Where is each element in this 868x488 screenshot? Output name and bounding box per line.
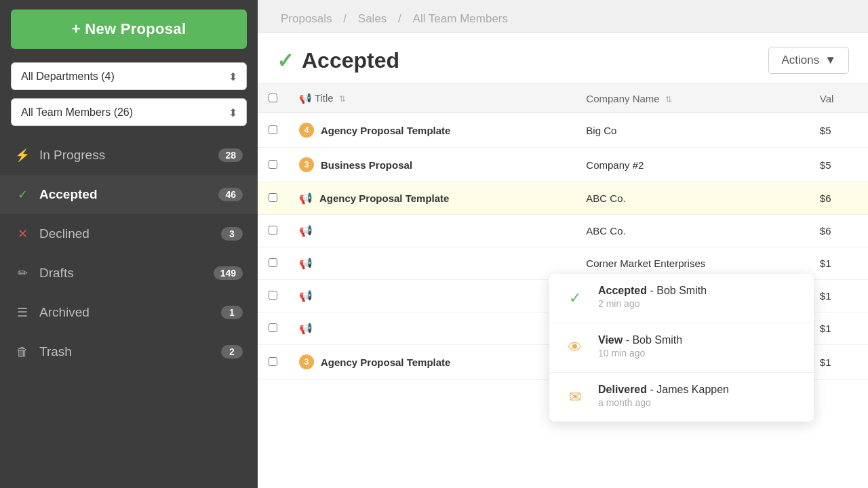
breadcrumb-team[interactable]: All Team Members	[413, 12, 508, 25]
accepted-text: Accepted - Bob Smith 2 min ago	[598, 285, 802, 309]
sidebar-item-in-progress[interactable]: ⚡ In Progress 28	[0, 136, 258, 175]
archived-icon: ☰	[15, 305, 30, 320]
title-cell: 📢	[299, 224, 564, 237]
megaphone-icon: 📢	[299, 322, 313, 335]
row-checkbox[interactable]	[269, 258, 277, 267]
delivered-action-line: Delivered - James Kappen	[598, 384, 802, 396]
view-person: - Bob Smith	[626, 334, 683, 346]
new-proposal-button[interactable]: + New Proposal	[11, 9, 247, 49]
eye-icon: 👁	[568, 339, 583, 357]
accepted-time: 2 min ago	[598, 298, 802, 309]
delivered-icon-wrap: ✉	[561, 384, 589, 411]
row-checkbox[interactable]	[269, 323, 277, 332]
team-select-wrapper: All Team Members (26) ⬍	[11, 98, 247, 126]
proposal-title[interactable]: Agency Proposal Template	[321, 125, 450, 136]
table-row: 📢 ABC Co. $6	[258, 215, 868, 247]
activity-item-delivered[interactable]: ✉ Delivered - James Kappen a month ago	[549, 373, 814, 422]
accepted-icon-wrap: ✓	[561, 285, 589, 312]
title-cell: 3 Business Proposal	[299, 157, 564, 172]
delivered-person: - James Kappen	[650, 384, 730, 395]
title-cell: 📢	[299, 322, 564, 335]
accepted-action-line: Accepted - Bob Smith	[598, 285, 802, 297]
value-cell: $5	[809, 113, 868, 148]
drafts-icon: ✏	[15, 266, 30, 281]
sidebar-item-accepted[interactable]: ✓ Accepted 46	[0, 175, 258, 214]
breadcrumb-sep1: /	[343, 12, 347, 25]
sidebar-item-archived[interactable]: ☰ Archived 1	[0, 293, 258, 332]
archived-badge: 1	[221, 306, 243, 319]
megaphone-icon: 📢	[299, 257, 313, 270]
notification-badge: 3	[299, 354, 314, 369]
sidebar-nav: ⚡ In Progress 28 ✓ Accepted 46 ✕ Decline…	[0, 136, 258, 488]
accepted-action-name: Accepted	[598, 285, 647, 296]
accepted-check-icon: ✓	[277, 49, 294, 73]
delivered-text: Delivered - James Kappen a month ago	[598, 384, 802, 408]
row-checkbox[interactable]	[269, 160, 277, 169]
breadcrumb-proposals[interactable]: Proposals	[281, 12, 332, 25]
table-row: 4 Agency Proposal Template Big Co $5	[258, 113, 868, 148]
in-progress-badge: 28	[218, 148, 243, 162]
title-cell: 3 Agency Proposal Template	[299, 354, 564, 369]
sidebar-item-trash[interactable]: 🗑 Trash 2	[0, 332, 258, 371]
row-checkbox[interactable]	[269, 193, 277, 202]
value-cell: $1	[809, 280, 868, 312]
title-column-header[interactable]: Title	[315, 92, 334, 104]
breadcrumb-sales[interactable]: Sales	[358, 12, 387, 25]
value-cell: $1	[809, 312, 868, 345]
company-cell: ABC Co.	[575, 182, 809, 215]
company-cell: ABC Co.	[575, 215, 809, 247]
value-column-header: Val	[820, 93, 834, 104]
actions-button[interactable]: Actions ▼	[768, 47, 849, 74]
company-column-header: Company Name	[586, 93, 659, 104]
company-sort-icon[interactable]: ⇅	[665, 95, 672, 104]
value-cell: $6	[809, 215, 868, 247]
proposal-title[interactable]: Business Proposal	[321, 159, 412, 171]
department-select[interactable]: All Departments (4)	[11, 62, 247, 90]
view-time: 10 min ago	[598, 348, 802, 359]
table-container: 📢 Title ⇅ Company Name ⇅ Val	[258, 84, 868, 488]
actions-dropdown-icon: ▼	[825, 54, 836, 67]
title-cell: 📢	[299, 257, 564, 270]
activity-popup: ✓ Accepted - Bob Smith 2 min ago 👁 View …	[549, 274, 814, 422]
sidebar-item-declined[interactable]: ✕ Declined 3	[0, 214, 258, 253]
archived-label: Archived	[39, 305, 221, 320]
row-checkbox[interactable]	[269, 357, 277, 366]
megaphone-header-icon: 📢	[299, 92, 312, 104]
delivered-time: a month ago	[598, 397, 802, 408]
megaphone-icon: 📢	[299, 289, 313, 302]
view-icon-wrap: 👁	[561, 334, 589, 361]
declined-icon: ✕	[15, 226, 30, 241]
view-action-name: View	[598, 334, 623, 346]
row-checkbox[interactable]	[269, 226, 277, 235]
notification-badge: 3	[299, 157, 314, 172]
view-text: View - Bob Smith 10 min ago	[598, 334, 802, 359]
trash-icon: 🗑	[15, 345, 30, 359]
main-content: Proposals / Sales / All Team Members ✓ A…	[258, 0, 868, 488]
activity-item-view[interactable]: 👁 View - Bob Smith 10 min ago	[549, 323, 814, 373]
row-checkbox[interactable]	[269, 125, 277, 134]
activity-item-accepted[interactable]: ✓ Accepted - Bob Smith 2 min ago	[549, 274, 814, 323]
proposal-title[interactable]: Agency Proposal Template	[319, 192, 449, 204]
check-icon: ✓	[569, 289, 581, 307]
breadcrumb-sep2: /	[398, 12, 401, 25]
company-cell: Company #2	[575, 148, 809, 182]
section-title: Accepted	[302, 48, 399, 73]
accepted-person: - Bob Smith	[650, 285, 707, 296]
value-cell: $1	[809, 247, 868, 280]
sidebar-item-drafts[interactable]: ✏ Drafts 149	[0, 253, 258, 293]
table-row: 📢 Agency Proposal Template ABC Co. $6	[258, 182, 868, 215]
accepted-badge: 46	[218, 188, 243, 201]
row-checkbox[interactable]	[269, 291, 277, 300]
notification-badge: 4	[299, 123, 314, 138]
value-cell: $6	[809, 182, 868, 215]
team-select[interactable]: All Team Members (26)	[11, 98, 247, 126]
title-sort-icon[interactable]: ⇅	[339, 94, 346, 104]
breadcrumb: Proposals / Sales / All Team Members	[258, 0, 868, 33]
trash-badge: 2	[221, 345, 243, 359]
accepted-icon: ✓	[15, 187, 30, 202]
actions-label: Actions	[781, 54, 819, 67]
trash-label: Trash	[39, 344, 221, 359]
title-cell: 📢 Agency Proposal Template	[299, 192, 564, 205]
select-all-checkbox[interactable]	[269, 94, 277, 102]
proposal-title[interactable]: Agency Proposal Template	[321, 357, 450, 368]
